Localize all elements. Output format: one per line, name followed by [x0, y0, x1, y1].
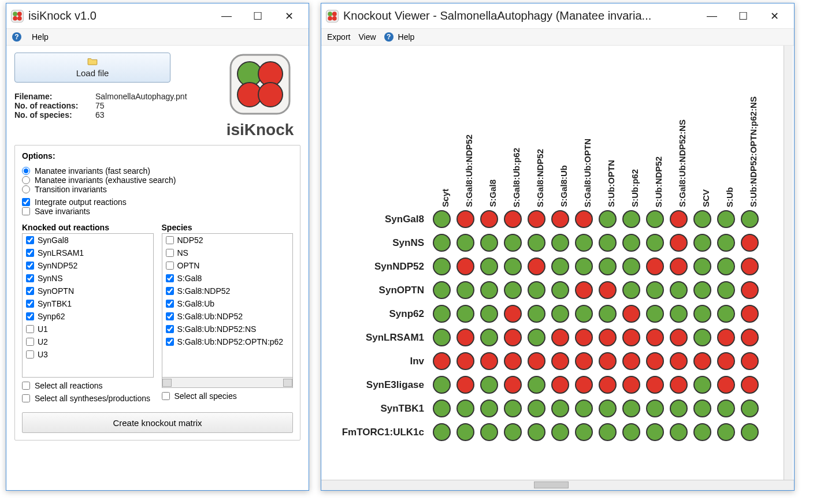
close-button[interactable]: ✕ — [279, 8, 299, 25]
create-matrix-button[interactable]: Create knockout matrix — [22, 412, 293, 433]
reactions-label: No. of reactions: — [14, 101, 95, 110]
list-item[interactable]: SynLRSAM1 — [23, 247, 153, 259]
list-item[interactable]: S:Gal8 — [162, 272, 293, 285]
matrix-row-label: Inv — [326, 356, 430, 367]
menu-help[interactable]: Help — [398, 32, 415, 42]
select-all-reactions-checkbox[interactable] — [22, 382, 30, 390]
list-item[interactable]: U1 — [23, 323, 153, 335]
svg-point-9 — [258, 83, 283, 107]
menu-view[interactable]: View — [358, 32, 376, 42]
list-item-checkbox[interactable] — [166, 287, 174, 295]
matrix-cell — [643, 373, 667, 397]
list-item-label: U3 — [38, 350, 48, 359]
list-item-checkbox[interactable] — [26, 236, 34, 244]
maximize-button[interactable]: ☐ — [733, 8, 754, 25]
matrix-cell — [643, 207, 667, 231]
list-item-checkbox[interactable] — [166, 249, 174, 257]
option-check-1[interactable]: Save invariants — [22, 207, 293, 216]
list-item-checkbox[interactable] — [166, 262, 174, 270]
option-radio-0[interactable]: Manatee invariants (fast search) — [22, 166, 293, 176]
menu-help[interactable]: Help — [32, 32, 49, 42]
matrix-row-label: FmTORC1:ULK1c — [326, 427, 430, 438]
option-radio-input[interactable] — [22, 176, 30, 184]
list-item-checkbox[interactable] — [166, 338, 174, 346]
load-file-button[interactable]: Load file — [14, 53, 170, 83]
species-hscrollbar[interactable] — [162, 378, 294, 388]
window-controls: — ☐ ✕ — [701, 8, 789, 25]
option-check-input[interactable] — [22, 198, 30, 206]
select-all-species-checkbox[interactable] — [162, 392, 170, 400]
matrix-scroll-area[interactable]: ScytS:Gal8:Ub:NDP52S:Gal8S:Gal8:Ub:p62S:… — [321, 46, 794, 480]
list-item[interactable]: NDP52 — [162, 234, 293, 247]
logo-text: isiKnock — [220, 121, 300, 139]
list-item-checkbox[interactable] — [166, 325, 174, 333]
option-radio-input[interactable] — [22, 167, 30, 175]
option-radio-label: Manatee invariants (exhaustive search) — [35, 176, 176, 185]
list-item-checkbox[interactable] — [26, 300, 34, 308]
option-radio-1[interactable]: Manatee invariants (exhaustive search) — [22, 176, 293, 185]
list-item[interactable]: Synp62 — [23, 310, 153, 323]
matrix-hscrollbar[interactable] — [321, 480, 794, 490]
matrix-cell — [667, 373, 691, 397]
list-item[interactable]: S:Gal8:Ub — [162, 297, 293, 310]
list-item-checkbox[interactable] — [166, 300, 174, 308]
list-item-checkbox[interactable] — [166, 274, 174, 282]
minimize-button[interactable]: — — [216, 8, 237, 25]
matrix-column-headers: ScytS:Gal8:Ub:NDP52S:Gal8S:Gal8:Ub:p62S:… — [433, 46, 784, 207]
list-item[interactable]: SynGal8 — [23, 234, 153, 247]
reactions-listbox[interactable]: SynGal8SynLRSAM1SynNDP52SynNSSynOPTNSynT… — [22, 233, 154, 378]
matrix-cell — [619, 420, 643, 444]
list-item[interactable]: S:Gal8:NDP52 — [162, 285, 293, 297]
species-listbox[interactable]: NDP52NSOPTNS:Gal8S:Gal8:NDP52S:Gal8:UbS:… — [162, 233, 294, 378]
svg-point-2 — [17, 12, 22, 16]
option-radio-input[interactable] — [22, 185, 30, 193]
matrix-cell — [501, 326, 525, 349]
window-title: Knockout Viewer - SalmonellaAutophagy (M… — [343, 9, 701, 23]
list-item-checkbox[interactable] — [26, 350, 34, 359]
list-item-checkbox[interactable] — [26, 287, 34, 295]
matrix-vscrollbar[interactable] — [784, 46, 793, 480]
list-item-checkbox[interactable] — [166, 312, 174, 320]
list-item[interactable]: S:Gal8:Ub:NDP52:NS — [162, 323, 293, 335]
list-item-checkbox[interactable] — [26, 249, 34, 257]
option-check-input[interactable] — [22, 207, 30, 215]
matrix-cell — [643, 349, 667, 373]
list-item[interactable]: SynTBK1 — [23, 297, 153, 310]
list-item-checkbox[interactable] — [26, 325, 34, 333]
titlebar[interactable]: isiKnock v1.0 — ☐ ✕ — [6, 3, 309, 29]
list-item[interactable]: S:Gal8:Ub:NDP52:OPTN:p62 — [162, 335, 293, 348]
matrix-cell — [691, 326, 714, 349]
matrix-cell — [501, 397, 525, 420]
matrix-cell — [643, 420, 667, 444]
matrix-cell — [619, 373, 643, 397]
list-item[interactable]: S:Gal8:Ub:NDP52 — [162, 310, 293, 323]
matrix-cell — [454, 231, 477, 255]
matrix-cell — [738, 349, 762, 373]
option-check-0[interactable]: Integrate output reactions — [22, 197, 293, 207]
list-item-checkbox[interactable] — [26, 312, 34, 320]
matrix-cell — [454, 207, 477, 231]
list-item-checkbox[interactable] — [166, 236, 174, 244]
list-item-checkbox[interactable] — [26, 274, 34, 282]
close-button[interactable]: ✕ — [764, 8, 785, 25]
titlebar[interactable]: Knockout Viewer - SalmonellaAutophagy (M… — [321, 3, 794, 29]
list-item[interactable]: U2 — [23, 335, 153, 348]
maximize-button[interactable]: ☐ — [247, 8, 268, 25]
list-item-checkbox[interactable] — [26, 338, 34, 346]
select-all-syntheses-checkbox[interactable] — [22, 394, 30, 402]
list-item[interactable]: SynNDP52 — [23, 259, 153, 272]
matrix-cell — [596, 326, 619, 349]
list-item-checkbox[interactable] — [26, 262, 34, 270]
list-item[interactable]: SynOPTN — [23, 285, 153, 297]
minimize-button[interactable]: — — [701, 8, 722, 25]
list-item[interactable]: NS — [162, 247, 293, 259]
list-item[interactable]: SynNS — [23, 272, 153, 285]
list-item-label: S:Gal8:Ub — [177, 299, 215, 308]
option-radio-2[interactable]: Transition invariants — [22, 185, 293, 194]
matrix-cell — [643, 397, 667, 420]
menu-export[interactable]: Export — [327, 32, 350, 42]
list-item[interactable]: U3 — [23, 348, 153, 361]
option-radio-label: Transition invariants — [35, 185, 107, 194]
list-item[interactable]: OPTN — [162, 259, 293, 272]
svg-point-1 — [13, 12, 17, 16]
